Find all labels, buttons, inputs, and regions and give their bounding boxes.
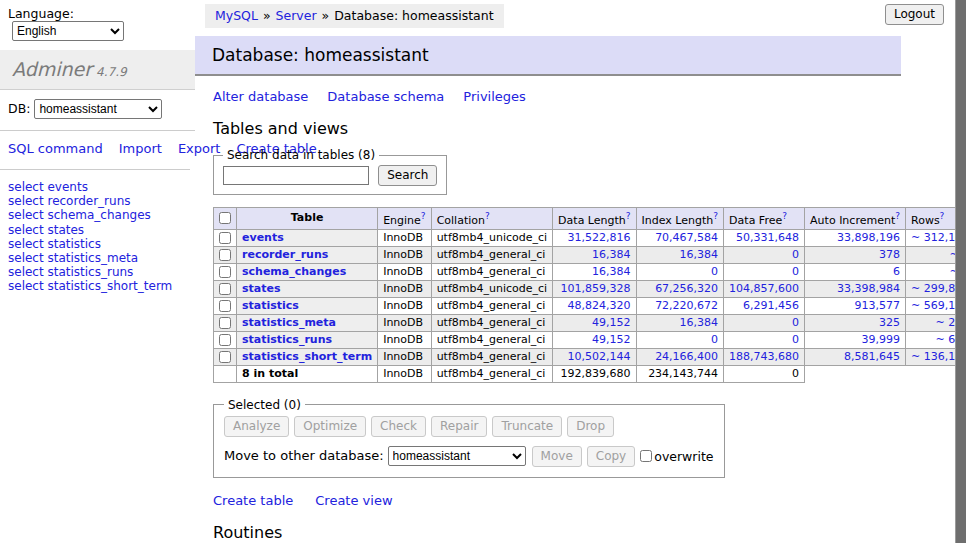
language-label: Language: <box>8 6 74 21</box>
sidebar-select-states[interactable]: select states <box>8 223 187 237</box>
row-checkbox[interactable] <box>219 351 231 363</box>
row-checkbox[interactable] <box>219 283 231 295</box>
table-link[interactable]: statistics <box>242 299 299 312</box>
row-checkbox[interactable] <box>219 232 231 244</box>
data-length-value[interactable]: 16,384 <box>592 265 631 278</box>
language-select[interactable]: English <box>12 21 124 41</box>
move-button[interactable]: Move <box>532 446 582 467</box>
sidebar-select-statistics-meta[interactable]: select statistics_meta <box>8 251 187 265</box>
table-link[interactable]: statistics_runs <box>242 333 332 346</box>
collation-cell: utf8mb4_general_ci <box>431 314 552 331</box>
index-length-value[interactable]: 67,256,320 <box>655 282 718 295</box>
copy-button[interactable]: Copy <box>587 446 635 467</box>
search-input[interactable] <box>223 166 369 185</box>
auto-increment-value[interactable]: 33,398,984 <box>837 282 900 295</box>
truncate-button[interactable]: Truncate <box>492 416 562 437</box>
index-length-value[interactable]: 24,166,400 <box>655 350 718 363</box>
table-link[interactable]: statistics_short_term <box>242 350 372 363</box>
db-select[interactable]: homeassistant <box>34 99 162 119</box>
data-length-value[interactable]: 48,824,320 <box>568 299 631 312</box>
row-checkbox[interactable] <box>219 300 231 312</box>
total-index-length: 234,143,744 <box>636 365 724 382</box>
drop-button[interactable]: Drop <box>567 416 614 437</box>
data-length-value[interactable]: 16,384 <box>592 248 631 261</box>
overwrite-label[interactable]: overwrite <box>654 449 713 464</box>
search-button[interactable]: Search <box>378 165 437 186</box>
row-checkbox[interactable] <box>219 317 231 329</box>
column-header-data-free: Data Free <box>729 214 782 227</box>
select-all-checkbox[interactable] <box>219 212 231 224</box>
privileges-link[interactable]: Privileges <box>463 89 526 104</box>
data-free-value[interactable]: 6,291,456 <box>743 299 799 312</box>
import-link[interactable]: Import <box>119 141 162 156</box>
auto-increment-value[interactable]: 39,999 <box>862 333 901 346</box>
index-length-help-link[interactable]: ? <box>713 211 718 221</box>
sidebar-select-statistics-short-term[interactable]: select statistics_short_term <box>8 279 187 293</box>
engine-help-link[interactable]: ? <box>421 211 426 221</box>
alter-database-link[interactable]: Alter database <box>213 89 308 104</box>
data-free-help-link[interactable]: ? <box>782 211 787 221</box>
data-free-value[interactable]: 50,331,648 <box>736 231 799 244</box>
auto-increment-value[interactable]: 33,898,196 <box>837 231 900 244</box>
table-link[interactable]: statistics_meta <box>242 316 336 329</box>
index-length-value[interactable]: 72,220,672 <box>655 299 718 312</box>
auto-increment-value[interactable]: 6 <box>893 265 900 278</box>
table-link[interactable]: recorder_runs <box>242 248 328 261</box>
check-button[interactable]: Check <box>371 416 426 437</box>
data-length-value[interactable]: 31,522,816 <box>568 231 631 244</box>
db-label: DB: <box>8 101 30 116</box>
row-checkbox[interactable] <box>219 249 231 261</box>
optimize-button[interactable]: Optimize <box>294 416 366 437</box>
row-checkbox[interactable] <box>219 334 231 346</box>
breadcrumb-mysql-link[interactable]: MySQL <box>215 8 258 23</box>
data-free-value[interactable]: 188,743,680 <box>729 350 799 363</box>
data-free-value[interactable]: 0 <box>792 316 799 329</box>
selected-legend: Selected (0) <box>224 398 305 412</box>
data-free-value[interactable]: 0 <box>792 248 799 261</box>
data-length-help-link[interactable]: ? <box>626 211 631 221</box>
table-link[interactable]: schema_changes <box>242 265 346 278</box>
data-length-value[interactable]: 49,152 <box>592 316 631 329</box>
table-link[interactable]: states <box>242 282 281 295</box>
overwrite-checkbox[interactable] <box>640 450 652 462</box>
sidebar-select-schema-changes[interactable]: select schema_changes <box>8 208 187 222</box>
sidebar-select-statistics[interactable]: select statistics <box>8 237 187 251</box>
sql-command-link[interactable]: SQL command <box>8 141 103 156</box>
index-length-value[interactable]: 70,467,584 <box>655 231 718 244</box>
index-length-value[interactable]: 0 <box>711 333 718 346</box>
rows-help-link[interactable]: ? <box>940 211 945 221</box>
auto-increment-value[interactable]: 8,581,645 <box>844 350 900 363</box>
auto-increment-value[interactable]: 325 <box>879 316 900 329</box>
vertical-scrollbar[interactable] <box>955 0 966 543</box>
data-free-value[interactable]: 0 <box>792 333 799 346</box>
auto-increment-value[interactable]: 913,577 <box>855 299 901 312</box>
table-link[interactable]: events <box>242 231 284 244</box>
index-length-value[interactable]: 16,384 <box>680 248 719 261</box>
collation-help-link[interactable]: ? <box>485 211 490 221</box>
data-free-value[interactable]: 0 <box>792 265 799 278</box>
sidebar-select-recorder-runs[interactable]: select recorder_runs <box>8 194 187 208</box>
data-free-value[interactable]: 104,857,600 <box>729 282 799 295</box>
index-length-value[interactable]: 16,384 <box>680 316 719 329</box>
create-view-link[interactable]: Create view <box>315 493 392 508</box>
collation-cell: utf8mb4_unicode_ci <box>431 280 552 297</box>
auto-increment-help-link[interactable]: ? <box>895 211 900 221</box>
database-schema-link[interactable]: Database schema <box>327 89 444 104</box>
breadcrumb-server-link[interactable]: Server <box>276 8 317 23</box>
logout-button[interactable]: Logout <box>885 4 944 25</box>
auto-increment-value[interactable]: 378 <box>879 248 900 261</box>
selected-buttons-row: AnalyzeOptimizeCheckRepairTruncateDrop <box>224 416 714 437</box>
sidebar-select-statistics-runs[interactable]: select statistics_runs <box>8 265 187 279</box>
data-length-value[interactable]: 10,502,144 <box>568 350 631 363</box>
sidebar-select-events[interactable]: select events <box>8 180 187 194</box>
table-row: events InnoDB utf8mb4_unicode_ci 31,522,… <box>214 229 966 246</box>
row-checkbox[interactable] <box>219 266 231 278</box>
analyze-button[interactable]: Analyze <box>224 416 289 437</box>
sidebar-table-list: select events select recorder_runs selec… <box>0 170 195 303</box>
data-length-value[interactable]: 49,152 <box>592 333 631 346</box>
move-db-select[interactable]: homeassistant <box>388 446 526 466</box>
create-table-link[interactable]: Create table <box>213 493 293 508</box>
index-length-value[interactable]: 0 <box>711 265 718 278</box>
repair-button[interactable]: Repair <box>431 416 487 437</box>
data-length-value[interactable]: 101,859,328 <box>561 282 631 295</box>
